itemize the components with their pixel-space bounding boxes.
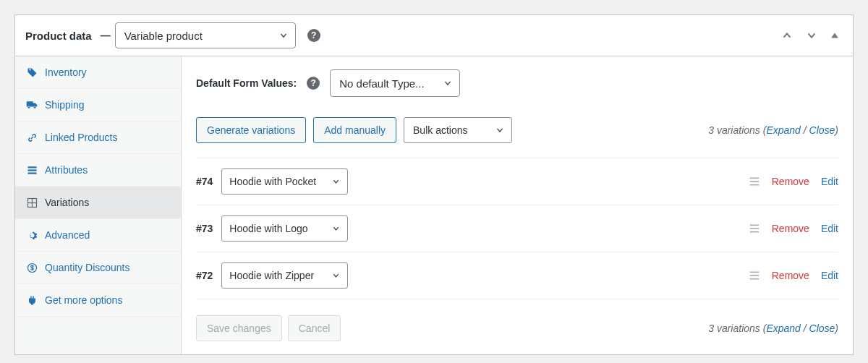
drag-handle-icon[interactable]: [749, 223, 760, 234]
chevron-up-icon[interactable]: [778, 26, 796, 45]
variation-id: #74: [196, 176, 213, 187]
variation-actions: RemoveEdit: [749, 270, 838, 281]
tab-variations[interactable]: Variations: [15, 187, 181, 219]
product-type-value: Variable product: [124, 30, 203, 42]
button-label: Generate variations: [207, 124, 295, 136]
default-form-row: Default Form Values: ? No default Type..…: [196, 69, 838, 97]
variation-attribute-select[interactable]: Hoodie with Pocket: [221, 168, 348, 195]
variation-list: #74Hoodie with PocketRemoveEdit#73Hoodie…: [196, 158, 838, 299]
triangle-up-icon[interactable]: [827, 27, 843, 43]
bulk-actions-value: Bulk actions: [413, 124, 467, 136]
tab-advanced[interactable]: Advanced: [15, 219, 181, 252]
help-icon[interactable]: ?: [307, 77, 320, 90]
link-icon: [26, 132, 38, 143]
variation-attribute-value: Hoodie with Zipper: [229, 270, 314, 281]
content-pane: Default Form Values: ? No default Type..…: [182, 56, 853, 354]
panel-header: Product data — Variable product ?: [15, 15, 853, 56]
variation-actions: RemoveEdit: [749, 223, 838, 234]
variations-count: 3 variations: [708, 323, 760, 334]
save-changes-button[interactable]: Save changes: [196, 315, 282, 341]
generate-variations-button[interactable]: Generate variations: [196, 117, 306, 143]
list-icon: [26, 164, 38, 176]
grid-icon: [26, 197, 38, 208]
header-actions: [778, 26, 843, 45]
tag-icon: [26, 67, 38, 78]
tab-label: Get more options: [45, 294, 122, 306]
drag-handle-icon[interactable]: [749, 270, 760, 281]
tab-inventory[interactable]: Inventory: [15, 56, 181, 89]
remove-link[interactable]: Remove: [772, 223, 809, 234]
tab-get-more-options[interactable]: Get more options: [15, 284, 181, 317]
chevron-down-icon[interactable]: [802, 26, 821, 45]
product-data-panel: Product data — Variable product ? Invent…: [14, 14, 854, 355]
tab-label: Linked Products: [45, 132, 117, 143]
default-form-label: Default Form Values:: [196, 77, 297, 89]
sidebar-tabs: Inventory Shipping Linked Products Attri…: [15, 56, 182, 354]
variation-actions: RemoveEdit: [749, 176, 838, 187]
variations-summary: 3 variations (Expand / Close): [708, 124, 838, 136]
variations-summary: 3 variations (Expand / Close): [708, 323, 838, 334]
edit-link[interactable]: Edit: [821, 270, 838, 281]
drag-handle-icon[interactable]: [749, 176, 760, 187]
edit-link[interactable]: Edit: [821, 176, 838, 187]
product-type-select[interactable]: Variable product: [115, 22, 296, 48]
tab-quantity-discounts[interactable]: Quantity Discounts: [15, 252, 181, 284]
close-link[interactable]: Close: [809, 124, 835, 136]
remove-link[interactable]: Remove: [772, 270, 809, 281]
svg-rect-0: [27, 166, 36, 168]
tab-label: Quantity Discounts: [45, 262, 130, 273]
tab-label: Variations: [45, 197, 89, 208]
tab-shipping[interactable]: Shipping: [15, 89, 181, 121]
dollar-icon: [26, 262, 38, 273]
svg-rect-2: [27, 172, 36, 174]
variation-attribute-select[interactable]: Hoodie with Logo: [221, 215, 348, 242]
variation-row: #74Hoodie with PocketRemoveEdit: [196, 158, 838, 205]
remove-link[interactable]: Remove: [772, 176, 809, 187]
variation-row: #72Hoodie with ZipperRemoveEdit: [196, 252, 838, 299]
tab-label: Shipping: [45, 99, 85, 111]
title-separator: —: [101, 30, 111, 41]
variation-id: #73: [196, 223, 213, 234]
variation-attribute-select[interactable]: Hoodie with Zipper: [221, 262, 348, 289]
variations-footer: Save changes Cancel 3 variations (Expand…: [196, 299, 838, 341]
truck-icon: [26, 99, 38, 111]
panel-body: Inventory Shipping Linked Products Attri…: [15, 56, 853, 354]
expand-link[interactable]: Expand: [766, 323, 800, 334]
help-icon[interactable]: ?: [307, 29, 320, 42]
bulk-actions-select[interactable]: Bulk actions: [404, 117, 512, 143]
variation-id: #72: [196, 270, 213, 281]
plugin-icon: [26, 294, 38, 306]
variations-count: 3 variations: [708, 124, 760, 136]
expand-link[interactable]: Expand: [766, 124, 800, 136]
variation-attribute-value: Hoodie with Pocket: [229, 176, 316, 187]
tab-attributes[interactable]: Attributes: [15, 154, 181, 187]
edit-link[interactable]: Edit: [821, 223, 838, 234]
close-link[interactable]: Close: [809, 323, 835, 334]
cancel-button[interactable]: Cancel: [288, 315, 341, 341]
button-label: Cancel: [299, 323, 331, 334]
default-form-select[interactable]: No default Type...: [330, 69, 460, 97]
tab-label: Attributes: [45, 164, 88, 176]
tab-label: Inventory: [45, 67, 87, 78]
svg-rect-1: [27, 169, 36, 171]
tab-linked-products[interactable]: Linked Products: [15, 121, 181, 154]
add-manually-button[interactable]: Add manually: [313, 117, 396, 143]
gear-icon: [26, 229, 38, 241]
variation-attribute-value: Hoodie with Logo: [229, 223, 307, 234]
panel-title: Product data: [25, 30, 92, 42]
button-label: Save changes: [207, 323, 271, 334]
tab-label: Advanced: [45, 229, 90, 241]
button-label: Add manually: [324, 124, 386, 136]
default-form-value: No default Type...: [339, 77, 424, 90]
variation-row: #73Hoodie with LogoRemoveEdit: [196, 205, 838, 252]
variations-toolbar: Generate variations Add manually Bulk ac…: [196, 117, 838, 143]
